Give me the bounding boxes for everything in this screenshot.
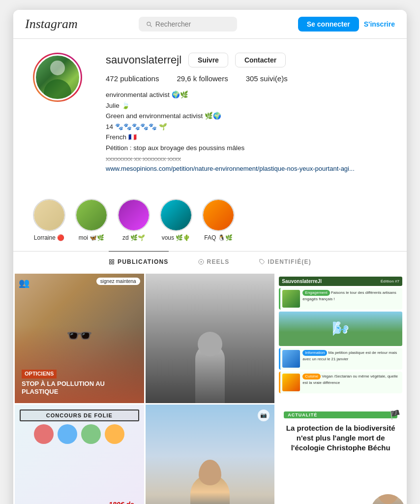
- profile-info: sauvonslaterrejl Suivre Contacter 472 pu…: [106, 53, 387, 174]
- post-4-amount-text: 180€ decadeaux agagner: [105, 501, 138, 504]
- story-moi[interactable]: moi 🦋🌿: [75, 199, 108, 241]
- post-3[interactable]: SauvonslaterreJl Édition #7 Engagement F…: [276, 274, 405, 403]
- bio-section: environmental activist 🌍🌿 Julie 🍃 Green …: [106, 90, 387, 174]
- story-image-faq: [203, 200, 234, 230]
- story-circle-lorraine: [33, 199, 65, 231]
- bio-line-5: French 🇫🇷: [106, 132, 387, 143]
- post-1-text: OPTICIENS STOP À LA POLLUTION AU PLASTIQ…: [22, 370, 137, 396]
- stat-followers: 29,6 k followers: [177, 74, 228, 83]
- tab-publications[interactable]: PUBLICATIONS: [109, 251, 169, 272]
- bio-line-3: Green and environmental activist 🌿🌍: [106, 111, 387, 122]
- post-3-label-1: Engagement: [302, 290, 330, 296]
- post-5-person: [190, 474, 230, 504]
- register-button[interactable]: S'inscrire: [364, 20, 395, 28]
- blob-2: [58, 424, 77, 444]
- stats-row: 472 publications 29,6 k followers 305 su…: [106, 74, 387, 83]
- username-row: sauvonslaterrejl Suivre Contacter: [106, 53, 387, 67]
- bio-link[interactable]: www.mesopinions.com/petition/nature-envi…: [106, 164, 387, 174]
- search-bar[interactable]: [139, 17, 237, 32]
- svg-marker-5: [201, 261, 202, 263]
- story-label-zd: zd 🌿🌱: [122, 234, 145, 241]
- tab-reels-label: REELS: [207, 258, 230, 265]
- blob-3: [81, 424, 101, 444]
- post-3-card-cuisine: Cuisine Vegan /Sectarian ou même végétal…: [279, 372, 402, 393]
- post-3-label-3: Cuisine: [302, 374, 321, 379]
- post-2-figure: [195, 344, 225, 403]
- profile-section: sauvonslaterrejl Suivre Contacter 472 pu…: [13, 39, 407, 192]
- post-1-overlay: OPTICIENS STOP À LA POLLUTION AU PLASTIQ…: [15, 274, 144, 403]
- blob-1: [34, 424, 54, 444]
- nav-actions: Se connecter S'inscrire: [298, 17, 395, 32]
- stat-following: 305 suivi(e)s: [246, 74, 288, 83]
- story-vous[interactable]: vous 🌿🌵: [160, 199, 192, 241]
- post-4-amount: 180€ decadeaux agagner: [105, 500, 138, 504]
- story-label-faq: FAQ 🐧🌿: [204, 234, 232, 241]
- bio-line-6: Pétition : stop aux broyage des poussins…: [106, 143, 387, 154]
- post-4-title: CONCOURS DE FOLIE: [20, 410, 139, 421]
- post-3-card-engagement: Engagement Faisons le tour des différent…: [279, 288, 402, 310]
- svg-rect-1: [112, 259, 114, 261]
- post-1-title: STOP À LA POLLUTION AU PLASTIQUE: [22, 380, 105, 395]
- post-4-blobs: [15, 424, 144, 444]
- avatar: [34, 54, 81, 100]
- story-lorraine[interactable]: Lorraine 🔴: [33, 199, 65, 241]
- story-image-lorraine: [34, 200, 64, 230]
- post-3-img-1: [282, 290, 300, 308]
- svg-rect-2: [110, 262, 112, 264]
- post-6[interactable]: 🏴 ACTUALITÉ La protection de la biodiver…: [276, 405, 405, 504]
- story-zd[interactable]: zd 🌿🌱: [118, 199, 150, 241]
- bio-line-4: 14 🐾🐾🐾🐾🐾 🌱: [106, 122, 387, 132]
- story-image-vous: [161, 200, 191, 230]
- post-3-username: SauvonslaterreJl: [282, 279, 322, 284]
- svg-rect-3: [112, 262, 114, 264]
- search-input[interactable]: [155, 20, 230, 28]
- grid-icon: [109, 259, 115, 265]
- story-circle-zd: [118, 199, 150, 231]
- post-3-img-2: [282, 350, 300, 368]
- posts-grid: 👥 signez maintena 🕶️ OPTICIENS STOP À LA…: [13, 272, 407, 504]
- post-6-person: [371, 494, 405, 504]
- tag-icon: [259, 259, 265, 265]
- post-3-img-3: [282, 374, 300, 391]
- story-image-moi: [76, 200, 107, 230]
- post-3-windmill: 🌬️: [279, 312, 402, 346]
- post-5-badge: 📷: [258, 410, 270, 421]
- follow-button[interactable]: Suivre: [188, 53, 228, 67]
- tab-publications-label: PUBLICATIONS: [118, 258, 169, 265]
- nav-bar: Instagram Se connecter S'inscrire: [13, 10, 407, 39]
- post-6-flag-icon: 🏴: [390, 410, 400, 420]
- tab-identified-label: IDENTIFIÉ(E): [268, 258, 311, 265]
- avatar-ring: [33, 53, 82, 102]
- story-faq[interactable]: FAQ 🐧🌿: [202, 199, 235, 241]
- stat-publications: 472 publications: [106, 74, 159, 83]
- post-2[interactable]: ◈ ◈: [146, 274, 275, 403]
- post-3-text-1: Engagement Faisons le tour des différent…: [302, 290, 400, 302]
- post-3-text-3: Cuisine Vegan /Sectarian ou même végétal…: [302, 374, 400, 386]
- story-label-lorraine: Lorraine 🔴: [34, 234, 64, 241]
- avatar-wrapper: [33, 53, 82, 102]
- reels-icon: [198, 259, 204, 265]
- tab-identified[interactable]: IDENTIFIÉ(E): [259, 251, 311, 272]
- story-circle-faq: [202, 199, 235, 231]
- connect-button[interactable]: Se connecter: [298, 17, 359, 32]
- bio-line-7: xxxxxxxx xx xxxxxxx xxxx: [106, 154, 387, 164]
- profile-username: sauvonslaterrejl: [106, 54, 181, 66]
- svg-rect-0: [110, 259, 112, 261]
- post-1[interactable]: 👥 signez maintena 🕶️ OPTICIENS STOP À LA…: [15, 274, 144, 403]
- post-6-title: La protection de la biodiversité n'est p…: [284, 423, 397, 453]
- post-1-tag: OPTICIENS: [22, 370, 57, 378]
- instagram-logo: Instagram: [25, 17, 78, 32]
- post-3-text-2: Information Ma petition plastique est de…: [302, 350, 400, 362]
- post-5[interactable]: 📷: [146, 405, 275, 504]
- post-4[interactable]: CONCOURS DE FOLIE 25 CARTE CADEAU À GAGN…: [15, 405, 144, 504]
- story-circle-vous: [160, 199, 192, 231]
- story-label-moi: moi 🦋🌿: [79, 234, 105, 241]
- post-3-header: SauvonslaterreJl Édition #7: [279, 277, 402, 286]
- post-3-card-info: Information Ma petition plastique est de…: [279, 348, 402, 370]
- contact-button[interactable]: Contacter: [235, 53, 286, 67]
- story-image-zd: [119, 200, 149, 230]
- tab-reels[interactable]: REELS: [198, 251, 230, 272]
- post-5-head: [199, 460, 221, 485]
- search-icon: [146, 21, 152, 28]
- bio-line-2: Julie 🍃: [106, 100, 387, 111]
